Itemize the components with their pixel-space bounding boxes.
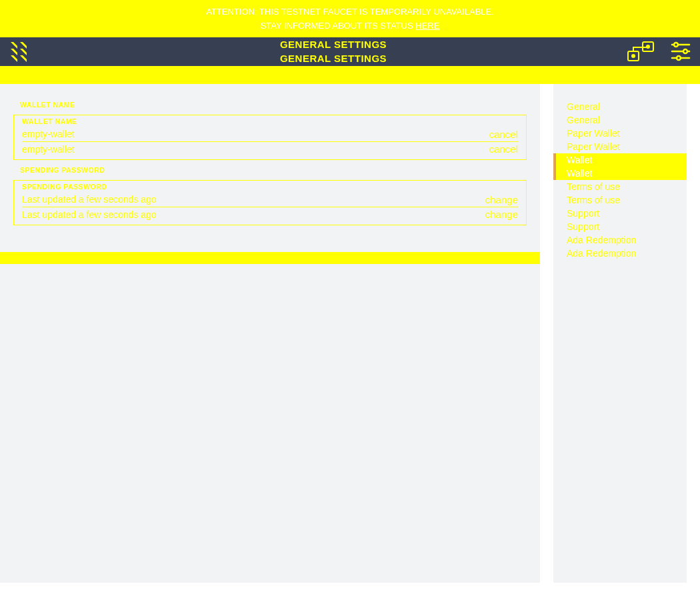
svg-point-13 bbox=[674, 43, 678, 47]
sidebar-item-wallet-5[interactable]: Wallet bbox=[553, 167, 687, 180]
sidebar-item-paper-wallet-3[interactable]: Paper Wallet bbox=[553, 140, 687, 153]
sidebar-item-terms-of-use-6[interactable]: Terms of use bbox=[553, 180, 687, 193]
wallet-name-cancel[interactable]: cancel bbox=[489, 129, 518, 140]
sub-bar bbox=[0, 66, 700, 84]
spending-password-change[interactable]: change bbox=[485, 194, 518, 205]
wallet-name-outer-label: WALLET NAME bbox=[20, 97, 527, 112]
sidebar-item-general-0[interactable]: General bbox=[553, 100, 687, 113]
wallet-name-block: WALLET NAME WALLET NAME empty-wallet can… bbox=[13, 97, 527, 160]
svg-point-8 bbox=[632, 55, 635, 57]
svg-marker-3 bbox=[20, 49, 27, 55]
svg-point-15 bbox=[677, 56, 681, 60]
spending-password-outer-label: SPENDING PASSWORD bbox=[20, 163, 527, 177]
svg-point-9 bbox=[647, 45, 649, 48]
svg-marker-0 bbox=[11, 42, 17, 49]
page-title: GENERAL SETTINGS bbox=[40, 37, 627, 51]
title-wrap: GENERAL SETTINGS GENERAL SETTINGS bbox=[40, 37, 627, 65]
spending-password-value-dup: Last updated a few seconds ago bbox=[22, 209, 485, 220]
wallet-name-box: WALLET NAME empty-wallet cancel empty-wa… bbox=[13, 115, 527, 160]
spending-password-change-dup[interactable]: change bbox=[485, 209, 518, 220]
svg-point-14 bbox=[683, 49, 687, 53]
main-panel: WALLET NAME WALLET NAME empty-wallet can… bbox=[0, 84, 540, 583]
spending-password-inner-label: SPENDING PASSWORD bbox=[22, 181, 518, 193]
sidebar-item-general-1[interactable]: General bbox=[553, 113, 687, 127]
app-logo[interactable] bbox=[0, 39, 40, 63]
status-banner: ATTENTION: THIS TESTNET FAUCET IS TEMPOR… bbox=[0, 0, 700, 37]
wallet-name-cancel-dup[interactable]: cancel bbox=[489, 143, 518, 155]
wallet-name-value-dup[interactable]: empty-wallet bbox=[22, 144, 489, 155]
spending-password-box: SPENDING PASSWORD Last updated a few sec… bbox=[13, 180, 527, 225]
banner-line2: STAY INFORMED ABOUT ITS STATUS HERE bbox=[0, 19, 700, 33]
wallet-name-value[interactable]: empty-wallet bbox=[22, 129, 489, 139]
spending-password-block: SPENDING PASSWORD SPENDING PASSWORD Last… bbox=[13, 163, 527, 225]
sidebar-item-terms-of-use-7[interactable]: Terms of use bbox=[553, 193, 687, 207]
sidebar-item-support-8[interactable]: Support bbox=[553, 207, 687, 220]
sidebar-item-ada-redemption-11[interactable]: Ada Redemption bbox=[553, 247, 687, 260]
svg-marker-2 bbox=[11, 49, 17, 55]
banner-line1: ATTENTION: THIS TESTNET FAUCET IS TEMPOR… bbox=[0, 5, 700, 19]
wallets-icon[interactable] bbox=[627, 39, 656, 63]
topbar-icons bbox=[627, 39, 700, 63]
spending-password-value: Last updated a few seconds ago bbox=[22, 194, 485, 205]
svg-marker-4 bbox=[11, 55, 17, 62]
top-bar: GENERAL SETTINGS GENERAL SETTINGS bbox=[0, 37, 700, 66]
divider-stripe bbox=[0, 252, 540, 264]
svg-marker-5 bbox=[20, 55, 27, 62]
svg-marker-1 bbox=[20, 42, 27, 49]
banner-status-link[interactable]: HERE bbox=[415, 21, 439, 31]
sidebar-item-ada-redemption-10[interactable]: Ada Redemption bbox=[553, 233, 687, 247]
sidebar-item-wallet-4[interactable]: Wallet bbox=[553, 153, 687, 167]
page-title-dup: GENERAL SETTINGS bbox=[40, 51, 627, 65]
sidebar-item-paper-wallet-2[interactable]: Paper Wallet bbox=[553, 127, 687, 140]
wallet-name-inner-label: WALLET NAME bbox=[22, 115, 518, 127]
settings-icon[interactable] bbox=[669, 39, 692, 63]
settings-sidebar: GeneralGeneralPaper WalletPaper WalletWa… bbox=[553, 84, 687, 583]
sidebar-item-support-9[interactable]: Support bbox=[553, 220, 687, 233]
